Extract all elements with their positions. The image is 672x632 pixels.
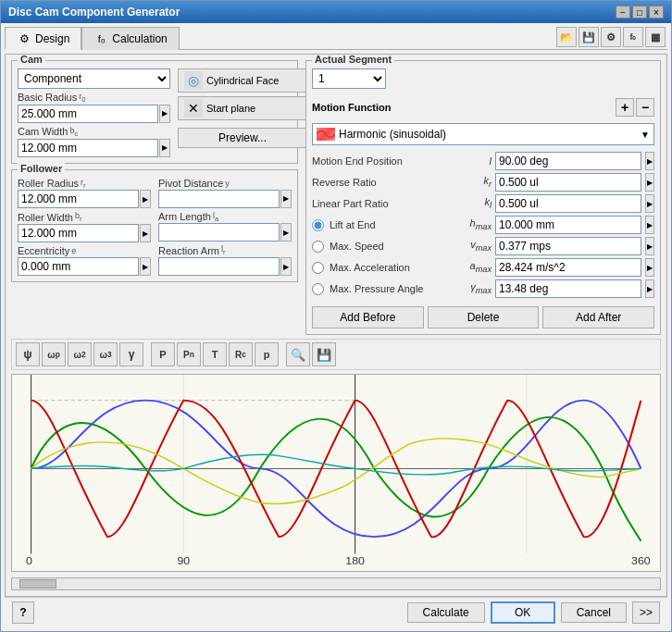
follower-group: Follower Roller Radius rr [11,169,298,283]
segment-select[interactable]: 1 [312,68,386,89]
basic-radius-arrow[interactable]: ▶ [159,105,170,123]
tab-calculation-label: Calculation [112,32,167,45]
param-lift-arrow[interactable]: ▶ [645,216,654,234]
help-button[interactable]: ? [12,601,34,624]
param-speed-arrow[interactable]: ▶ [645,237,654,255]
roller-width-input[interactable] [18,224,139,242]
preview-button[interactable]: Preview... [178,128,307,148]
cam-type-select[interactable]: Component [18,68,170,89]
roller-width-arrow[interactable]: ▶ [140,224,151,242]
roller-radius-input[interactable] [18,190,139,208]
maximize-button[interactable]: □ [632,6,647,19]
cam-left: Component Basic Radius r0 ▶ [18,68,170,157]
tool-pn[interactable]: Pn [177,342,201,366]
param-speed-input[interactable] [495,237,641,255]
svg-text:90: 90 [177,554,190,565]
cancel-button[interactable]: Cancel [561,602,627,623]
title-bar: Disc Cam Component Generator − □ × [1,1,671,23]
nav-button[interactable]: >> [632,601,660,624]
reaction-arm-field: Reaction Arm lr ▶ [158,244,292,276]
ok-button[interactable]: OK [491,601,555,624]
pivot-distance-arrow[interactable]: ▶ [280,190,292,208]
right-panel: Actual Segment 1 Motion Function + − [305,60,661,335]
tool-save[interactable]: 💾 [312,342,336,366]
speed-radio[interactable] [312,241,324,253]
minus-button[interactable]: − [636,98,654,117]
arm-length-input[interactable] [158,223,280,242]
tool-zoom[interactable]: 🔍 [286,342,310,366]
left-panel: Cam Component Basic Radius r0 [11,60,298,335]
follower-grid: Roller Radius rr ▶ [18,178,292,277]
tool-gamma[interactable]: γ [119,342,143,366]
tool-t[interactable]: T [203,342,227,366]
arm-length-label: Arm Length la [158,211,292,223]
tab-design[interactable]: ⚙ Design [5,27,81,50]
param-speed-label: Max. Speed [312,241,460,253]
param-motion-end-input[interactable] [495,152,641,170]
param-lift-input[interactable] [495,216,641,234]
plus-minus-controls: + − [616,98,654,117]
cam-width-arrow[interactable]: ▶ [159,139,170,157]
toolbar-open[interactable]: 📂 [556,27,577,47]
param-accel-arrow[interactable]: ▶ [645,258,654,277]
param-reverse-ratio-label: Reverse Ratio [312,177,460,188]
add-before-button[interactable]: Add Before [312,306,424,328]
tool-p[interactable]: P [151,342,175,366]
tool-omega-3[interactable]: ω3 [93,342,118,366]
tool-p2[interactable]: p [255,342,279,366]
param-row-lift: Lift at End hmax ▶ [312,215,654,235]
arm-length-arrow[interactable]: ▶ [280,223,292,242]
param-motion-end-arrow[interactable]: ▶ [645,152,654,170]
roller-width-field: Roller Width br ▶ [18,211,151,242]
toolbar-calc[interactable]: f₀ [623,27,643,47]
param-linear-input[interactable] [495,194,641,213]
tool-separator-2 [280,342,284,366]
scroll-thumb[interactable] [19,579,56,589]
toolbar-settings[interactable]: ⚙ [601,27,621,47]
tool-omega-2[interactable]: ω2 [68,342,92,366]
follower-right-col: Pivot Distance y ▶ [158,178,292,277]
param-accel-input[interactable] [495,258,641,277]
param-pressure-input[interactable] [495,279,641,298]
add-after-button[interactable]: Add After [542,306,654,328]
reaction-arm-input[interactable] [158,257,280,276]
tab-bar: ⚙ Design f₀ Calculation 📂 💾 ⚙ f₀ ▦ [5,27,667,50]
cylindrical-face-button[interactable]: ◎ Cylindrical Face [178,68,307,93]
dropdown-arrow-icon: ▼ [641,130,650,140]
cam-right: ◎ Cylindrical Face ✕ Start plane Preview… [178,68,307,148]
plus-button[interactable]: + [616,98,634,117]
toolbar-save[interactable]: 💾 [579,27,599,47]
delete-button[interactable]: Delete [428,306,540,328]
motion-function-dropdown[interactable]: Harmonic (sinusoidal) ▼ [312,123,654,145]
param-pressure-arrow[interactable]: ▶ [645,279,654,298]
tool-rc[interactable]: Rc [229,342,253,366]
basic-radius-input[interactable] [18,105,158,123]
basic-radius-label: Basic Radius r0 [18,92,170,104]
eccentricity-arrow[interactable]: ▶ [140,257,151,276]
toolbar-extra[interactable]: ▦ [645,27,666,47]
calculate-button[interactable]: Calculate [407,602,485,623]
horizontal-scrollbar[interactable] [11,577,661,590]
tab-calculation[interactable]: f₀ Calculation [81,27,179,50]
reaction-arm-arrow[interactable]: ▶ [280,257,292,276]
param-lift-symbol: hmax [464,217,492,231]
minimize-button[interactable]: − [616,6,630,19]
param-reverse-input[interactable] [495,173,641,192]
eccentricity-input[interactable] [18,257,139,276]
pivot-distance-input[interactable] [158,190,280,208]
tool-omega-p[interactable]: ωp [42,342,66,366]
accel-radio[interactable] [312,262,324,274]
start-plane-button[interactable]: ✕ Start plane [178,96,307,120]
cam-group: Cam Component Basic Radius r0 [11,60,298,164]
cam-width-input[interactable] [18,139,158,157]
close-button[interactable]: × [649,6,664,19]
pressure-radio[interactable] [312,283,324,295]
bottom-left: ? [12,601,34,624]
tool-psi[interactable]: ψ [16,342,40,366]
roller-radius-label: Roller Radius rr [18,178,151,190]
arm-length-field: Arm Length la ▶ [158,211,292,242]
param-reverse-arrow[interactable]: ▶ [645,173,654,192]
lift-radio[interactable] [312,219,324,231]
roller-radius-arrow[interactable]: ▶ [140,190,151,208]
param-linear-arrow[interactable]: ▶ [645,194,654,213]
